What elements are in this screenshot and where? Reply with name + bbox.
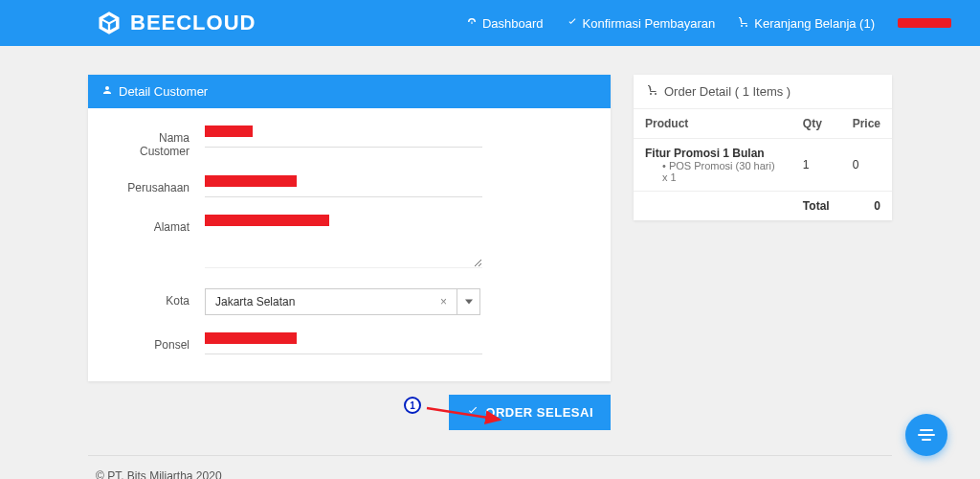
label-nama: Nama Customer [111, 125, 205, 158]
customer-panel-title: Detail Customer [119, 84, 208, 99]
cart-icon [738, 16, 749, 31]
footer: © PT. Bits Miliartha 2020 [88, 455, 892, 479]
order-total-label: Total [791, 192, 841, 221]
select-kota-value: Jakarta Selatan [215, 295, 295, 308]
order-panel-title: Order Detail ( 1 Items ) [664, 84, 791, 99]
nav-dashboard-label: Dashboard [482, 16, 544, 31]
annotation-badge: 1 [404, 397, 421, 414]
check-icon [567, 16, 578, 31]
col-qty: Qty [791, 109, 841, 139]
brand-logo[interactable]: BEECLOUD [96, 10, 256, 36]
label-perusahaan: Perusahaan [111, 175, 205, 194]
order-item-price: 0 [841, 139, 892, 192]
order-item-sub: POS Promosi (30 hari) x 1 [645, 160, 780, 183]
main-container: Detail Customer Nama Customer Perusahaan… [88, 75, 892, 381]
redaction [205, 215, 329, 226]
submit-area: 1 ORDER SELESAI [88, 395, 892, 430]
footer-text: © PT. Bits Miliartha 2020 [96, 469, 222, 479]
nav-links: Dashboard Konfirmasi Pembayaran Keranjan… [466, 16, 951, 31]
navbar: BEECLOUD Dashboard Konfirmasi Pembayaran… [0, 0, 980, 46]
cart-icon [647, 84, 658, 99]
nav-konfirmasi[interactable]: Konfirmasi Pembayaran [567, 16, 716, 31]
row-perusahaan: Perusahaan [111, 175, 588, 197]
customer-panel-header: Detail Customer [88, 75, 611, 108]
row-kota: Kota Jakarta Selatan × [111, 288, 588, 315]
order-total-row: Total 0 [634, 192, 892, 221]
redaction [205, 125, 253, 137]
nav-cart-label: Keranjang Belanja (1) [754, 16, 875, 31]
user-name-redacted [898, 18, 951, 28]
order-item-qty: 1 [791, 139, 841, 192]
order-panel-header: Order Detail ( 1 Items ) [634, 75, 892, 109]
redaction [205, 332, 297, 344]
select-clear-icon[interactable]: × [440, 295, 447, 308]
nav-konfirmasi-label: Konfirmasi Pembayaran [583, 16, 716, 31]
col-price: Price [841, 109, 892, 139]
nav-cart[interactable]: Keranjang Belanja (1) [738, 16, 875, 31]
select-kota[interactable]: Jakarta Selatan × [205, 288, 588, 315]
row-alamat: Alamat [111, 215, 588, 271]
col-product: Product [634, 109, 791, 139]
annotation-arrow-icon [425, 404, 507, 425]
user-icon [101, 84, 113, 99]
order-table: Product Qty Price Fitur Promosi 1 Bulan … [634, 109, 892, 220]
chevron-down-icon[interactable] [457, 288, 480, 315]
order-total-value: 0 [841, 192, 892, 221]
label-ponsel: Ponsel [111, 332, 205, 352]
order-item-name: Fitur Promosi 1 Bulan [645, 147, 780, 160]
svg-line-0 [427, 408, 500, 420]
logo-hex-icon [96, 10, 122, 36]
redaction [205, 175, 297, 187]
customer-panel: Detail Customer Nama Customer Perusahaan… [88, 75, 611, 381]
row-ponsel: Ponsel [111, 332, 588, 354]
chat-icon [918, 429, 935, 441]
row-nama: Nama Customer [111, 125, 588, 158]
nav-user[interactable] [898, 18, 951, 28]
nav-dashboard[interactable]: Dashboard [466, 16, 544, 31]
label-alamat: Alamat [111, 215, 205, 234]
order-panel: Order Detail ( 1 Items ) Product Qty Pri… [634, 75, 892, 220]
brand-name: BEECLOUD [130, 11, 256, 35]
table-row: Fitur Promosi 1 Bulan POS Promosi (30 ha… [634, 139, 892, 192]
chat-fab[interactable] [905, 414, 947, 456]
customer-form: Nama Customer Perusahaan Alamat [88, 108, 611, 381]
dashboard-icon [466, 16, 478, 31]
label-kota: Kota [111, 288, 205, 308]
